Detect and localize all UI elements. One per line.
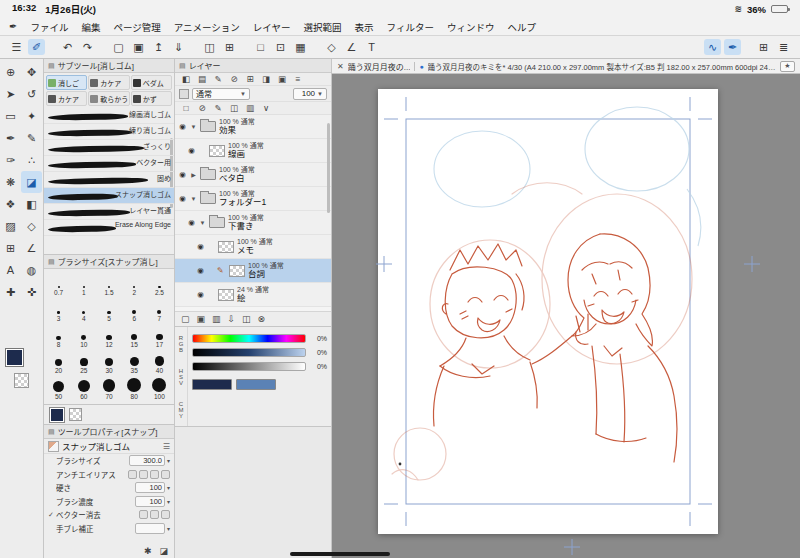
brush-size-cell[interactable]: 4 [71,297,96,323]
subtool-item[interactable]: Erase Along Edge [44,220,174,236]
workspace-icon[interactable]: ⊞ [755,39,772,55]
tool-param-row[interactable]: ✓ ベクター消去 ▾ [44,508,174,522]
layer-thumbnail[interactable] [209,145,225,157]
command-settings-icon[interactable]: ≣ [775,39,792,55]
menu-item[interactable]: ファイル [30,20,68,34]
menu-item[interactable]: ページ管理 [113,20,160,34]
stepper-icon[interactable]: ▾ [167,525,170,532]
stepper-icon[interactable]: ▾ [167,484,170,491]
pen-snap-icon[interactable]: ✒ [724,39,741,55]
subtool-panel-header[interactable]: ▤ サブツール[消しゴム] [44,59,174,73]
curve-snap-icon[interactable]: ∿ [704,39,721,55]
opacity-input[interactable]: 100 ▼ [293,88,327,100]
new-canvas-icon[interactable]: ▢ [110,39,127,55]
layer-color-icon[interactable]: ▣ [275,74,289,84]
frame-border-tool[interactable]: ⊞ [0,237,21,259]
visibility-eye-icon[interactable]: ◉ [195,242,206,251]
tool-property-header[interactable]: ▤ ツールプロパティ[スナップ] [44,425,174,439]
subtool-item[interactable]: 固め [44,172,174,188]
color-history-swatch[interactable] [192,379,232,390]
param-value[interactable]: 100 [135,482,165,493]
auto-select-tool[interactable]: ✦ [21,105,42,127]
blend-tool[interactable]: ❖ [0,193,21,215]
subtool-item[interactable]: ベクター用 [44,156,174,172]
layer-row[interactable]: ◉ ✎ 100 % 通常 台詞 [175,259,331,283]
param-value[interactable] [135,523,165,534]
subtool-group-tab[interactable]: ベダム [131,75,172,90]
text-icon[interactable]: T [363,39,380,55]
rotate-tool[interactable]: ↺ [21,83,42,105]
grid-icon[interactable]: ⊞ [221,39,238,55]
new-folder-icon[interactable]: ▣ [197,314,206,324]
correction-tool[interactable]: ✚ [0,281,21,303]
mask-view-icon[interactable]: ◫ [227,103,241,113]
visibility-eye-icon[interactable]: ◉ [195,290,206,299]
text-tool[interactable]: A [0,259,21,281]
window-layout-icon[interactable]: ◫ [201,39,218,55]
menu-item[interactable]: 編集 [81,20,100,34]
expand-arrow-icon[interactable]: ▼ [190,124,197,130]
current-color-swatch[interactable] [50,408,64,422]
subtool-group-tab[interactable]: かず [131,91,172,106]
tool-param-row[interactable]: ✓ アンチエイリアス ▾ [44,468,174,482]
brush-size-cell[interactable]: 50 [46,375,71,401]
param-value[interactable]: 300.0 [129,455,165,466]
brush-size-cell[interactable]: 5 [96,297,121,323]
vector-erase-options[interactable] [139,510,170,519]
main-color-swatch[interactable] [6,349,23,366]
anti-aliasing-options[interactable] [128,470,170,479]
property-menu-icon[interactable]: ☰ [163,442,170,451]
layer-row[interactable]: ◉ ▼ ✎ 100 % 通常 フォルダー1 [175,187,331,211]
stepper-icon[interactable]: ▾ [167,457,170,464]
visibility-eye-icon[interactable]: ◉ [177,170,188,179]
subtool-group-tab[interactable]: 消しご [46,75,87,90]
subtool-item[interactable]: ざっくり [44,140,174,156]
tool-param-row[interactable]: ✓ ブラシサイズ 300.0 ▾ [44,454,174,468]
brush-size-cell[interactable]: 70 [96,375,121,401]
palette-menu-icon[interactable]: ≡ [291,74,305,84]
decoration-tool[interactable]: ❋ [0,171,21,193]
color-slider-track[interactable] [192,348,306,357]
brush-size-cell[interactable]: 17 [147,323,172,349]
brush-size-cell[interactable]: 40 [147,349,172,375]
tool-param-row[interactable]: ✓ 硬さ 100 ▾ [44,481,174,495]
edit-gesture-icon[interactable]: ✐ [28,39,45,55]
transform-icon[interactable]: ▦ [292,39,309,55]
brush-size-cell[interactable]: 12 [96,323,121,349]
layer-row[interactable]: ◉ ▼ ✎ 100 % 通常 下書き [175,211,331,235]
subtool-item[interactable]: 練り消しゴム [44,124,174,140]
visibility-eye-icon[interactable]: ◉ [186,146,197,155]
operation-tool[interactable]: ➤ [0,83,21,105]
lock-icon[interactable]: ⊘ [195,103,209,113]
balloon-tool[interactable]: ◍ [21,259,42,281]
brush-size-cell[interactable]: 100 [147,375,172,401]
export-icon[interactable]: ↥ [150,39,167,55]
menu-item[interactable]: レイヤー [253,20,291,34]
expand-arrow-icon[interactable]: ▼ [199,220,206,226]
selection-tool[interactable]: ▭ [0,105,21,127]
subtool-item[interactable]: レイヤー貫通 [44,204,174,220]
color-history-swatch[interactable] [236,379,276,390]
move-canvas-tool[interactable]: ✥ [21,61,42,83]
selection-launcher-icon[interactable]: □ [252,39,269,55]
gradient-tool[interactable]: ▨ [0,215,21,237]
canvas-area[interactable] [332,74,800,558]
fill-tool[interactable]: ◧ [21,193,42,215]
ruler-tool[interactable]: ∠ [21,237,42,259]
brush-size-cell[interactable]: 1.5 [96,271,121,297]
reference-layer-icon[interactable]: ◨ [259,74,273,84]
color-model-tab[interactable]: RGB [175,327,187,360]
duplicate-layer-icon[interactable]: ▥ [212,314,221,324]
draft-layer-icon[interactable]: ✎ [211,74,225,84]
undo-icon[interactable]: ↶ [59,39,76,55]
layer-panel-header[interactable]: ▤ レイヤー [175,59,331,73]
combine-mode-icon[interactable] [179,89,189,99]
expand-arrow-icon[interactable]: ▶ [190,171,197,178]
main-menu-icon[interactable]: ☰ [8,39,25,55]
layer-mask-icon[interactable]: ◫ [242,314,251,324]
visibility-eye-icon[interactable]: ◉ [177,194,188,203]
selection-extra-icon[interactable]: ⊡ [272,39,289,55]
brush-size-cell[interactable]: 0.7 [46,271,71,297]
visibility-eye-icon[interactable]: ◉ [186,218,197,227]
layer-row[interactable]: ◉ ✎ 100 % 通常 メモ [175,235,331,259]
